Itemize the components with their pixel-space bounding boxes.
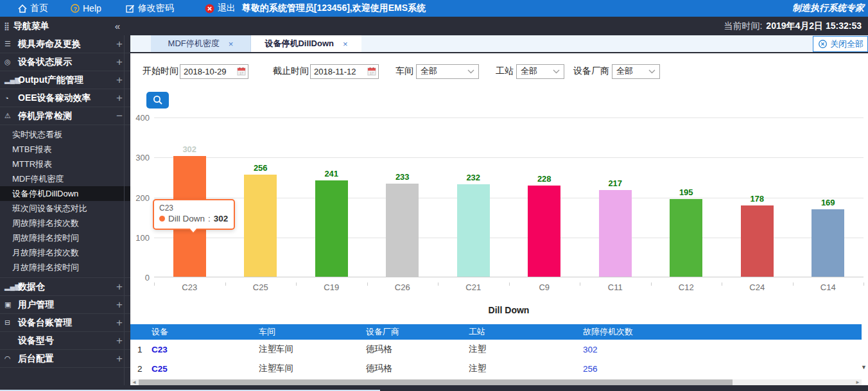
tab-close-icon[interactable]: × bbox=[343, 39, 348, 49]
workshop-select[interactable]: 全部 bbox=[416, 64, 479, 79]
sidebar-subitem-周故障排名按次数[interactable]: 周故障排名按次数 bbox=[0, 216, 130, 230]
bar-C25[interactable] bbox=[244, 175, 277, 277]
collapse-sidebar-icon[interactable]: « bbox=[115, 21, 120, 31]
close-circle-icon bbox=[819, 40, 827, 48]
expand-icon[interactable]: + bbox=[116, 299, 123, 311]
expand-icon[interactable]: + bbox=[116, 56, 123, 69]
bar-value-label: 178 bbox=[722, 194, 792, 204]
chart-tooltip: C23 Dill Down : 302 bbox=[153, 199, 235, 230]
tooltip-value: 302 bbox=[214, 214, 229, 223]
sidebar-item-设备状态展示[interactable]: ◎设备状态展示+ bbox=[0, 53, 130, 71]
table-header-cell: 设备 bbox=[152, 326, 259, 338]
expand-icon[interactable]: + bbox=[116, 281, 123, 293]
sidebar-item-Output产能管理[interactable]: ▂▄▆Output产能管理+ bbox=[0, 71, 130, 89]
sidebar-item-OEE设备稼动效率[interactable]: ◔OEE设备稼动效率+ bbox=[0, 89, 130, 107]
y-axis-tick-label: 300 bbox=[130, 153, 150, 162]
tab-label: 设备停机DillDown bbox=[265, 38, 334, 49]
station-cell: 注塑 bbox=[469, 363, 583, 374]
vendor-label: 设备厂商 bbox=[573, 65, 609, 77]
chart-plot: 0100200300400302C23256C25241C19233C26232… bbox=[154, 117, 864, 277]
sidebar-subitem-月故障排名按时间[interactable]: 月故障排名按时间 bbox=[0, 260, 130, 275]
table-header-cell: 工站 bbox=[469, 326, 583, 338]
tab-close-icon[interactable]: × bbox=[229, 39, 234, 49]
filter-bar: 开始时间 2018-10-29 17 截止时间 2018-11-12 17 车间 bbox=[130, 53, 868, 89]
help-button[interactable]: ? Help bbox=[71, 3, 101, 13]
sidebar-item-label: OEE设备稼动效率 bbox=[18, 92, 91, 104]
welcome-message: 尊敬的系统管理员[123456],欢迎使用EMS系统 bbox=[242, 3, 426, 14]
vendor-select[interactable]: 全部 bbox=[612, 64, 660, 79]
tab-device-downtime-dilldown[interactable]: 设备停机DillDown × bbox=[251, 35, 361, 52]
sidebar-subitem-MTTR报表[interactable]: MTTR报表 bbox=[0, 157, 130, 171]
x-axis-tick-label: C25 bbox=[225, 282, 296, 292]
sidebar-subitem-MTBF报表[interactable]: MTBF报表 bbox=[0, 142, 130, 157]
expand-icon[interactable]: + bbox=[116, 92, 123, 105]
downtime-table: 设备车间设备厂商工站故障停机次数 1C23注塑车间德玛格注塑3022C25注塑车… bbox=[130, 324, 862, 378]
x-axis-tick-mark bbox=[367, 282, 368, 286]
bar-C12[interactable] bbox=[670, 199, 702, 277]
bar-C24[interactable] bbox=[741, 205, 774, 277]
end-date-label: 截止时间 bbox=[273, 65, 309, 77]
collapse-icon[interactable]: − bbox=[116, 110, 123, 123]
bar-C21[interactable] bbox=[457, 184, 490, 277]
sidebar-item-设备型号[interactable]: 设备型号+ bbox=[0, 332, 130, 350]
vertical-scroll-arrow[interactable]: ▼ bbox=[861, 364, 867, 370]
vendor-value: 全部 bbox=[616, 65, 633, 77]
calendar-icon[interactable]: 17 bbox=[237, 67, 246, 76]
expand-icon[interactable]: + bbox=[116, 352, 123, 365]
end-date-value: 2018-11-12 bbox=[314, 67, 367, 76]
logout-button[interactable]: 退出 bbox=[205, 3, 236, 14]
ledger-icon: ⊟ bbox=[4, 318, 18, 327]
drag-handle-icon: ⣿ bbox=[4, 22, 8, 31]
bar-C9[interactable] bbox=[528, 186, 560, 277]
row-number: 1 bbox=[130, 345, 152, 354]
row-number: 2 bbox=[130, 364, 152, 374]
station-select[interactable]: 全部 bbox=[516, 64, 564, 79]
sidebar-item-用户管理[interactable]: ▣用户管理+ bbox=[0, 296, 130, 314]
tab-strip: MDF停机密度 × 设备停机DillDown × 关闭全部 bbox=[130, 35, 868, 53]
bar-C19[interactable] bbox=[315, 180, 348, 277]
bar-C11[interactable] bbox=[599, 190, 632, 277]
x-axis-tick-mark bbox=[509, 282, 510, 286]
change-password-button[interactable]: 修改密码 bbox=[126, 3, 174, 14]
device-link[interactable]: C23 bbox=[152, 345, 259, 354]
expand-icon[interactable]: + bbox=[116, 38, 123, 51]
sidebar-subitem-班次间设备状态对比[interactable]: 班次间设备状态对比 bbox=[0, 201, 130, 216]
expand-icon[interactable]: + bbox=[116, 317, 123, 329]
y-axis-tick-label: 0 bbox=[130, 273, 150, 282]
end-date-input[interactable]: 2018-11-12 17 bbox=[310, 64, 379, 79]
sidebar-item-停机异常检测[interactable]: ⚠停机异常检测− bbox=[0, 107, 130, 125]
home-button[interactable]: 首页 bbox=[18, 3, 48, 14]
expand-icon[interactable]: + bbox=[116, 335, 123, 347]
sidebar-item-设备台账管理[interactable]: ⊟设备台账管理+ bbox=[0, 314, 130, 332]
search-button[interactable] bbox=[146, 92, 169, 109]
bar-C26[interactable] bbox=[386, 184, 419, 277]
monitor-icon: ◎ bbox=[4, 58, 18, 66]
help-label: Help bbox=[83, 3, 101, 13]
sidebar-item-模具寿命及更换[interactable]: ☰模具寿命及更换+ bbox=[0, 35, 130, 53]
bar-value-label: 233 bbox=[367, 172, 438, 182]
sidebar-submenu: 实时状态看板MTBF报表MTTR报表MDF停机密度设备停机DillDown班次间… bbox=[0, 125, 130, 278]
start-date-input[interactable]: 2018-10-29 17 bbox=[180, 64, 248, 79]
tab-mdf-downtime-density[interactable]: MDF停机密度 × bbox=[151, 35, 251, 52]
sidebar-subitem-设备停机DillDown[interactable]: 设备停机DillDown bbox=[0, 186, 130, 201]
tooltip-separator: : bbox=[208, 214, 211, 223]
bar-C14[interactable] bbox=[812, 209, 844, 277]
calendar-icon[interactable]: 17 bbox=[367, 67, 376, 76]
table-row: 2C25注塑车间德玛格注塑256 bbox=[130, 359, 862, 378]
sidebar-item-后台配置[interactable]: ◠后台配置+ bbox=[0, 350, 130, 368]
bar-value-label: 195 bbox=[651, 187, 722, 197]
sidebar-subitem-月故障排名按次数[interactable]: 月故障排名按次数 bbox=[0, 245, 130, 260]
sidebar-subitem-实时状态看板[interactable]: 实时状态看板 bbox=[0, 127, 130, 142]
user-icon: ▣ bbox=[4, 300, 18, 309]
sidebar-subitem-MDF停机密度[interactable]: MDF停机密度 bbox=[0, 171, 130, 186]
close-all-tabs-button[interactable]: 关闭全部 bbox=[813, 36, 868, 52]
nav-header: ⣿ 导航菜单 « bbox=[0, 17, 130, 35]
sidebar-item-数据仓[interactable]: ▂▄▆数据仓+ bbox=[0, 278, 130, 296]
expand-icon[interactable]: + bbox=[116, 74, 123, 87]
device-link[interactable]: C25 bbox=[152, 364, 259, 374]
x-axis-tick-mark bbox=[154, 282, 155, 286]
sidebar-subitem-周故障排名按时间[interactable]: 周故障排名按时间 bbox=[0, 230, 130, 245]
change-password-label: 修改密码 bbox=[138, 3, 174, 14]
sidebar-item-label: 数据仓 bbox=[18, 281, 45, 293]
table-header-cell: 故障停机次数 bbox=[583, 326, 862, 338]
